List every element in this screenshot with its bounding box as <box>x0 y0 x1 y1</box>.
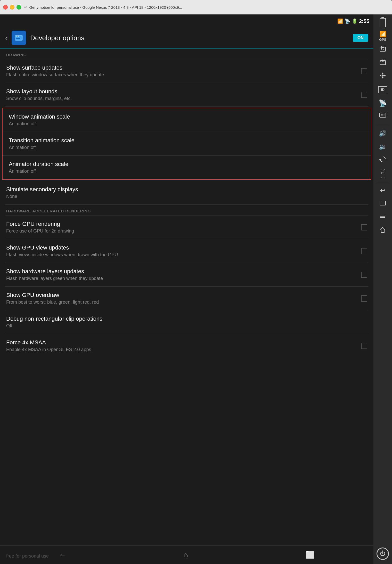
settings-item-content: Force 4x MSAA Enable 4x MSAA in OpenGL E… <box>6 339 357 352</box>
checkbox-force-gpu[interactable] <box>361 224 367 230</box>
nav-back-button[interactable]: ← <box>54 549 71 561</box>
svg-marker-14 <box>382 77 384 79</box>
item-title: Simulate secondary displays <box>6 186 367 193</box>
svg-point-3 <box>16 36 17 37</box>
status-icons: 📶 📡 🔋 2:55 <box>337 18 369 24</box>
item-title: Debug non-rectangular clip operations <box>6 316 367 322</box>
settings-item-show-hardware-layers-updates[interactable]: Show hardware layers updates Flash hardw… <box>0 263 373 286</box>
sidebar-video-button[interactable] <box>375 57 390 69</box>
sidebar-gps-button[interactable]: 📶 GPS <box>375 30 390 42</box>
sidebar-rotate-button[interactable] <box>375 154 390 166</box>
settings-item-content: Debug non-rectangular clip operations Of… <box>6 316 367 329</box>
item-title: Show surface updates <box>6 64 357 71</box>
volume-down-icon: 🔉 <box>379 143 387 150</box>
checkbox-layout-bounds[interactable] <box>361 92 367 98</box>
sidebar-dpad-button[interactable] <box>375 70 390 82</box>
item-subtitle: Flash views inside windows when drawn wi… <box>6 252 357 258</box>
settings-item-show-gpu-view-updates[interactable]: Show GPU view updates Flash views inside… <box>0 239 373 263</box>
svg-line-11 <box>382 60 383 62</box>
sidebar-power-button[interactable] <box>377 548 389 560</box>
developer-options-toggle[interactable]: ON <box>353 34 368 42</box>
item-subtitle: Animation off <box>9 145 365 150</box>
item-subtitle: From best to worst: blue, green, light r… <box>6 300 357 305</box>
back-button[interactable]: ‹ <box>5 34 7 42</box>
window-title: Genymotion for personal use - Google Nex… <box>29 5 389 10</box>
phone-screen: 📶 📡 🔋 2:55 ‹ De <box>0 14 373 564</box>
settings-item-simulate-secondary-displays[interactable]: Simulate secondary displays None <box>0 181 373 204</box>
svg-marker-16 <box>384 74 386 77</box>
settings-list: DRAWING Show surface updates Flash entir… <box>0 48 373 545</box>
svg-rect-28 <box>381 230 384 233</box>
battery-status-icon: 🔋 <box>352 18 357 24</box>
sidebar-back-hw-button[interactable]: ↩ <box>375 184 390 196</box>
sidebar-volume-up-button[interactable]: 🔊 <box>375 127 390 139</box>
settings-item-show-gpu-overdraw[interactable]: Show GPU overdraw From best to worst: bl… <box>0 287 373 310</box>
gps-label: GPS <box>379 38 386 42</box>
sidebar-wifi-button[interactable]: 📡 <box>375 97 390 109</box>
item-subtitle: Flash entire window surfaces when they u… <box>6 72 357 78</box>
battery-icon <box>380 18 386 27</box>
item-subtitle: Animation off <box>9 169 365 174</box>
sidebar-id-button[interactable]: ID <box>375 84 390 96</box>
checkbox-gpu-view-updates[interactable] <box>361 248 367 254</box>
item-subtitle: Force use of GPU for 2d drawing <box>6 228 357 234</box>
checkbox-hardware-layers[interactable] <box>361 272 367 278</box>
sidebar-home-hw-button[interactable] <box>375 224 390 237</box>
settings-item-show-layout-bounds[interactable]: Show layout bounds Show clip bounds, mar… <box>0 83 373 106</box>
nav-recents-button[interactable]: ⬜ <box>300 549 320 561</box>
item-title: Show GPU overdraw <box>6 292 357 298</box>
sidebar-recents-hw-button[interactable] <box>375 197 390 210</box>
svg-line-12 <box>384 60 384 62</box>
settings-item-transition-animation-scale[interactable]: Transition animation scale Animation off <box>3 132 371 156</box>
close-button[interactable] <box>3 5 8 10</box>
window-frame: ∞ Genymotion for personal use - Google N… <box>0 0 392 564</box>
checkbox-gpu-overdraw[interactable] <box>361 295 367 302</box>
nav-home-button[interactable]: ⌂ <box>178 549 193 561</box>
app-header: ‹ Developer options ON <box>0 28 373 48</box>
settings-item-show-surface-updates[interactable]: Show surface updates Flash entire window… <box>0 59 373 83</box>
item-title: Show GPU view updates <box>6 244 357 251</box>
item-title: Transition animation scale <box>9 137 365 144</box>
developer-options-icon <box>12 31 26 45</box>
sidebar-battery-button[interactable] <box>375 16 390 29</box>
sidebar-volume-down-button[interactable]: 🔉 <box>375 140 390 153</box>
status-time: 2:55 <box>359 18 369 24</box>
item-subtitle: Animation off <box>9 121 365 127</box>
minimize-button[interactable] <box>10 5 14 10</box>
settings-item-force-4x-msaa[interactable]: Force 4x MSAA Enable 4x MSAA in OpenGL E… <box>0 334 373 358</box>
sidebar-menu-hw-button[interactable] <box>375 211 390 223</box>
sidebar-divider-1 <box>377 125 389 125</box>
item-subtitle: Enable 4x MSAA in OpenGL ES 2.0 apps <box>6 347 357 352</box>
traffic-lights <box>3 5 21 10</box>
settings-item-debug-non-rectangular[interactable]: Debug non-rectangular clip operations Of… <box>0 310 373 334</box>
settings-item-content: Show GPU overdraw From best to worst: bl… <box>6 292 357 305</box>
volume-up-icon: 🔊 <box>379 130 387 137</box>
settings-item-animator-duration-scale[interactable]: Animator duration scale Animation off <box>3 156 371 179</box>
settings-item-force-gpu-rendering[interactable]: Force GPU rendering Force use of GPU for… <box>0 215 373 239</box>
recents-hw-icon <box>379 200 386 208</box>
section-hardware: HARDWARE ACCELERATED RENDERING <box>0 205 373 215</box>
svg-line-10 <box>381 60 381 62</box>
bottom-text: free for personal use <box>6 553 49 559</box>
signal-icon: 📡 <box>345 18 350 24</box>
item-title: Animator duration scale <box>9 161 365 168</box>
right-sidebar: 📶 GPS <box>373 14 392 564</box>
item-subtitle: Flash hardware layers green when they up… <box>6 276 357 281</box>
sidebar-chat-button[interactable] <box>375 110 390 123</box>
maximize-button[interactable] <box>17 5 21 10</box>
checkbox-4x-msaa[interactable] <box>361 343 367 349</box>
chat-icon <box>379 112 386 121</box>
checkbox-surface-updates[interactable] <box>361 68 367 74</box>
sidebar-ratio-button[interactable]: ↖ ↗ 1:1 ↙ ↘ <box>375 167 390 180</box>
settings-item-content: Window animation scale Animation off <box>9 113 365 127</box>
settings-item-content: Show layout bounds Show clip bounds, mar… <box>6 88 357 101</box>
settings-item-content: Force GPU rendering Force use of GPU for… <box>6 221 357 234</box>
wifi-cast-icon: 📡 <box>379 99 387 107</box>
item-subtitle: Off <box>6 323 367 329</box>
rotate-icon <box>379 156 386 164</box>
sidebar-camera-button[interactable] <box>375 43 390 56</box>
settings-item-content: Show hardware layers updates Flash hardw… <box>6 268 357 281</box>
settings-item-window-animation-scale[interactable]: Window animation scale Animation off <box>3 108 371 132</box>
status-bar: 📶 📡 🔋 2:55 <box>0 14 373 28</box>
svg-point-19 <box>381 114 382 115</box>
